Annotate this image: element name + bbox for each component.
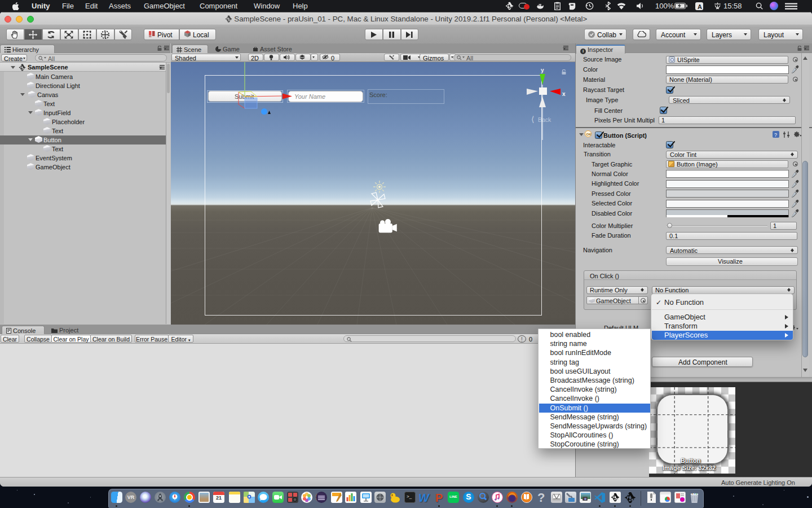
svg-text:?: ? (774, 132, 777, 138)
svg-text:x: x (562, 91, 566, 97)
svg-text:y: y (541, 68, 544, 73)
